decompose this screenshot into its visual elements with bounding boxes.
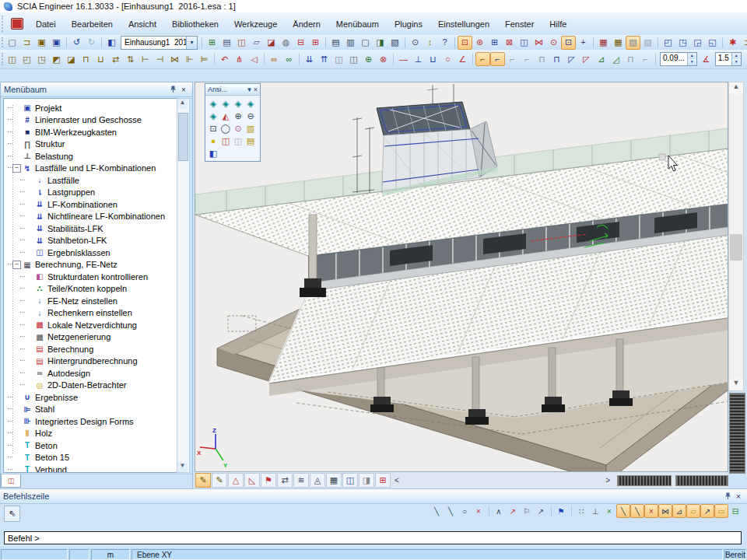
toolbar-icon[interactable]: ⊣: [153, 52, 167, 66]
view-tool-icon[interactable]: ⊡: [207, 122, 219, 135]
snap-icon[interactable]: ▭: [714, 504, 728, 518]
tree-item[interactable]: ▣ Projekt: [4, 102, 177, 114]
tree-item[interactable]: ∴ Teile/Knoten koppeln: [4, 283, 177, 296]
snap-icon[interactable]: ×: [472, 504, 486, 518]
toolbar-icon[interactable]: ⌐: [638, 52, 653, 66]
toolbar-icon[interactable]: ◁: [247, 52, 261, 66]
view-tool-icon[interactable]: ◯: [219, 122, 232, 135]
toolbar-icon[interactable]: [64, 37, 69, 49]
toolbar-icon[interactable]: ⊙: [546, 36, 561, 50]
menu-item[interactable]: Ändern: [285, 17, 328, 31]
view-tool-icon[interactable]: ◫: [219, 135, 232, 147]
tree-item[interactable]: ⇊ Nichtlineare LF-Kombinationen: [4, 211, 177, 223]
toolbar-icon[interactable]: ◲: [690, 36, 705, 50]
toolbar-icon[interactable]: ◸: [579, 52, 594, 66]
view-tool-icon[interactable]: ●: [207, 135, 219, 147]
view-tool-icon[interactable]: ◈: [219, 97, 232, 110]
project-combobox[interactable]: Einhausung1 2016 ▾: [121, 36, 198, 50]
toolbar-icon[interactable]: ⊡: [458, 36, 472, 50]
scroll-left-icon[interactable]: <: [391, 476, 403, 485]
toolbar-icon[interactable]: ◍: [279, 36, 293, 50]
toolbar-icon[interactable]: ⊨: [197, 52, 212, 66]
toolbar-icon[interactable]: [323, 37, 328, 49]
tree-expander[interactable]: −: [12, 261, 21, 269]
tree-item[interactable]: ◎ 2D-Daten-Betrachter: [4, 380, 177, 392]
toolbar-icon[interactable]: ◰: [19, 52, 34, 66]
view-tool-icon[interactable]: ◈: [207, 97, 219, 110]
toolbar-icon[interactable]: ▢: [358, 36, 373, 50]
toolbar-icon[interactable]: ⇄: [108, 52, 123, 66]
toolbar-icon[interactable]: ◳: [34, 52, 49, 66]
pin-icon[interactable]: [167, 86, 178, 94]
toolbar-icon[interactable]: ⊟: [293, 36, 308, 50]
snap-icon[interactable]: ○: [458, 504, 472, 518]
tree-item[interactable]: ⊥ Belastung: [4, 150, 177, 163]
chevron-down-icon[interactable]: ▾: [186, 37, 197, 49]
toolbar-icon[interactable]: ⊡: [561, 36, 576, 50]
toolbar-icon[interactable]: ◧: [104, 36, 119, 50]
menu-item[interactable]: Ansicht: [121, 17, 164, 31]
view-setting-icon[interactable]: ≋: [293, 473, 309, 488]
view-setting-icon[interactable]: ✎: [212, 473, 227, 488]
vertical-scrollbar[interactable]: ▲ ▼: [728, 82, 744, 391]
vertical-zoom-slider[interactable]: [729, 393, 745, 474]
toolbar-icon[interactable]: ⊕: [361, 52, 376, 66]
toolbar-icon[interactable]: ∠: [455, 52, 470, 66]
toolbar-icon[interactable]: ↻: [84, 36, 99, 50]
toolbar-icon[interactable]: ⊓: [549, 52, 564, 66]
model-viewport[interactable]: X Z Y: [195, 82, 728, 472]
view-setting-icon[interactable]: ✎: [195, 473, 211, 488]
close-icon[interactable]: ×: [178, 86, 189, 94]
snap-icon[interactable]: ⊟: [728, 504, 742, 518]
tree-item[interactable]: ↓ FE-Netz einstellen: [4, 295, 177, 307]
scale-spinner[interactable]: 0.09... ▲▼: [660, 52, 697, 66]
snap-icon[interactable]: [568, 504, 574, 518]
toolbar-icon[interactable]: ∡: [699, 52, 714, 66]
snap-icon[interactable]: ⚑: [554, 504, 568, 518]
tree-item[interactable]: ↓ Rechenkern einstellen: [4, 307, 177, 320]
view-tool-icon[interactable]: ⊙: [232, 122, 244, 135]
scrollbar-thumb[interactable]: [730, 234, 742, 261]
tree-item[interactable]: ▩ Lokale Netzverdichtung: [4, 319, 177, 331]
toolbar-icon[interactable]: ⊞: [487, 36, 502, 50]
toolbar-icon[interactable]: ⋈: [531, 36, 546, 50]
tree-item[interactable]: ↓ Lastfälle: [4, 174, 177, 187]
menu-item[interactable]: Bibliotheken: [164, 17, 226, 31]
snap-icon[interactable]: ↗: [700, 504, 714, 518]
tree-item[interactable]: ◧ Strukturdaten kontrollieren: [4, 271, 177, 283]
toolbar-icon[interactable]: ◫: [331, 52, 346, 66]
tree-scrollbar[interactable]: ▲ ▼: [177, 98, 190, 473]
tree-item[interactable]: ■ BIM-Werkzeugkasten: [4, 126, 177, 138]
toolbar-icon[interactable]: [99, 37, 104, 49]
view-setting-icon[interactable]: △: [228, 473, 244, 488]
view-tool-icon[interactable]: ◈: [244, 97, 257, 110]
toolbar-icon[interactable]: ✱: [725, 36, 740, 50]
toolbar-icon[interactable]: [212, 53, 217, 65]
toolbar-icon[interactable]: ◫: [234, 36, 249, 50]
command-input[interactable]: Befehl >: [4, 531, 742, 544]
toolbar-grip[interactable]: [2, 37, 3, 47]
toolbar-icon[interactable]: ⊐: [740, 36, 747, 50]
tree-item[interactable]: ▤ Hintergrundberechnung: [4, 355, 177, 368]
view-tool-icon[interactable]: ⊖: [244, 110, 257, 122]
tree-expander[interactable]: −: [12, 164, 21, 173]
document-icon[interactable]: [11, 18, 23, 30]
tree-item[interactable]: − ↯ Lastfälle und LF-Kombinationen: [4, 163, 177, 175]
toolbar-icon[interactable]: [470, 53, 475, 65]
toolbar-icon[interactable]: ○: [440, 52, 455, 66]
snap-icon[interactable]: ╲: [430, 504, 444, 518]
snap-icon[interactable]: ╲: [630, 504, 644, 518]
tree-item[interactable]: ∏ Struktur: [4, 138, 177, 151]
toolbar-icon[interactable]: ▧: [626, 36, 640, 50]
snap-icon[interactable]: ↗: [506, 504, 520, 518]
toolbar-icon[interactable]: ⊞: [308, 36, 323, 50]
toolbar-icon[interactable]: [452, 37, 458, 49]
view-setting-icon[interactable]: ⇄: [277, 473, 293, 488]
menubaum-tab[interactable]: ◫: [1, 474, 21, 488]
toolbar-icon[interactable]: ◿: [608, 52, 623, 66]
tree-item[interactable]: ‖ Holz: [4, 428, 177, 440]
toolbar-grip[interactable]: [2, 53, 3, 66]
toolbar-icon[interactable]: ⇈: [317, 52, 331, 66]
menu-item[interactable]: Fenster: [497, 17, 542, 31]
view-setting-icon[interactable]: ⚑: [261, 473, 276, 488]
